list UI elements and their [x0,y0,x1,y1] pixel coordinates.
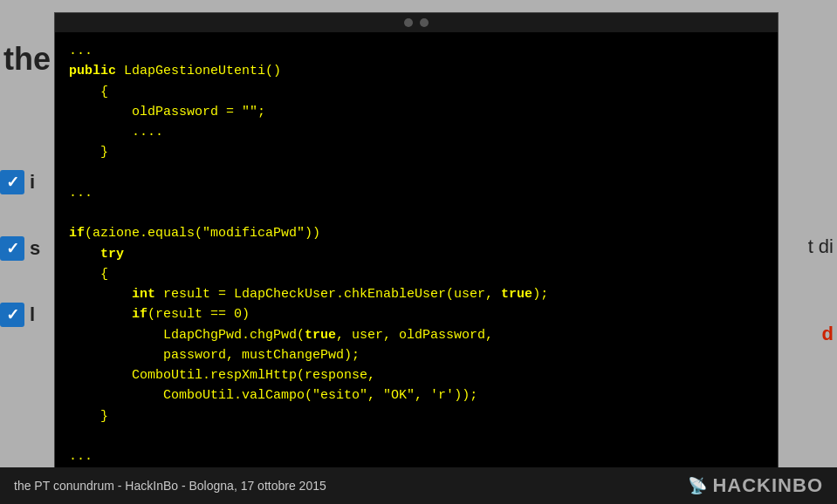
bottom-left-text: the PT conundrum - HackInBo - Bologna, 1… [14,479,326,493]
checkbox-icon-2: ✓ [0,236,24,261]
title-bar-btn-1 [404,18,413,27]
check-item-1: ✓ i [0,170,40,194]
bottom-bar: the PT conundrum - HackInBo - Bologna, 1… [0,467,837,504]
check-item-3: ✓ l [0,303,40,327]
check-label-2: s [30,237,40,260]
checkbox-icon-1: ✓ [0,170,24,194]
wifi-icon: 📡 [688,476,707,495]
check-item-2: ✓ s [0,236,40,261]
d-text: d [822,323,834,345]
title-bar [55,13,778,32]
check-label-3: l [30,303,35,326]
tdi-text: t di [808,235,837,258]
checkbox-icon-3: ✓ [0,303,24,327]
title-bar-btn-2 [420,18,429,27]
code-content: ... public LdapGestioneUtenti() { oldPas… [55,32,778,473]
logo-area: 📡 HACKINBO [688,474,823,497]
the-label: the [0,41,51,78]
check-label-1: i [30,171,35,194]
code-pre: ... public LdapGestioneUtenti() { oldPas… [69,41,764,467]
code-window: ... public LdapGestioneUtenti() { oldPas… [54,12,779,474]
logo-text: HACKINBO [712,474,823,497]
check-items-list: ✓ i ✓ s ✓ l [0,170,40,327]
